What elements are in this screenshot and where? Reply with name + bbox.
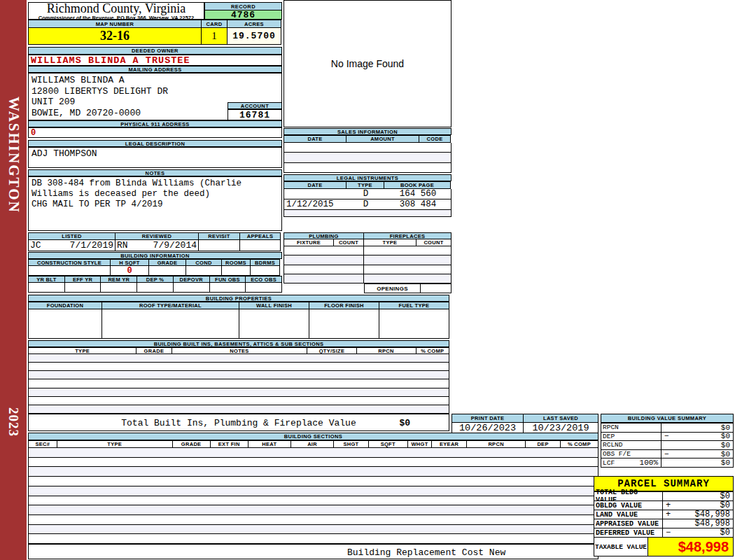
card-value: 1	[201, 27, 227, 45]
review-value-row: JC 7/1/2019 RN 7/9/2014	[28, 239, 282, 251]
bvs-label: RPCN	[601, 423, 662, 433]
empty-row	[29, 486, 598, 496]
revisit-value	[198, 239, 240, 251]
remyr-value	[100, 282, 137, 293]
county-title: Richmond County, Virginia	[29, 3, 204, 15]
bdrms-value	[250, 265, 280, 276]
builtin-grade-label: GRADE	[136, 347, 172, 354]
notes-line-2: Williams is deceased per the deed)	[31, 189, 281, 200]
building-info-title: BUILDING INFORMATION	[28, 252, 282, 259]
instrument-bookpage: 308 484	[385, 200, 451, 209]
empty-row	[284, 274, 451, 284]
fixture-count-label: COUNT	[333, 239, 364, 246]
builtin-notes-label: NOTES	[172, 347, 308, 354]
openings-label: OPENINGS	[364, 284, 421, 293]
year-sidebar: WASHINGTON 2023	[0, 0, 27, 560]
builtin-qty-label: QTY/SIZE	[307, 347, 356, 354]
bvs-lcf-pct: 100%	[640, 458, 658, 467]
no-image-message: No Image Found	[331, 58, 404, 69]
empty-row	[29, 515, 598, 525]
empty-row	[29, 505, 598, 515]
notes-block: DB 308-484 from Blinda Williams (Charlie…	[28, 176, 282, 231]
empty-row	[29, 458, 598, 468]
fireplace-count-label: COUNT	[416, 239, 451, 246]
sec-extfin-label: EXT FIN	[210, 440, 248, 448]
physical-address-label: PHYSICAL 911 ADDRESS	[28, 120, 282, 127]
parcel-value-cell: $0	[662, 491, 734, 501]
effyr-value	[64, 282, 102, 293]
parcel-value-cell: + $48,998	[662, 510, 734, 519]
parcel-label: APPRAISED VALUE	[594, 519, 663, 528]
map-number-value: 32-16	[28, 27, 202, 45]
cond-value	[186, 265, 222, 276]
sec-shgt-label: SHGT	[333, 440, 369, 448]
building-sections-headers: SEC# TYPE GRADE EXT FIN HEAT AIR SHGT SQ…	[28, 440, 598, 448]
reviewed-date: 7/9/2014	[153, 240, 197, 251]
sec-rpcn-label: RPCN	[466, 440, 526, 448]
empty-row	[29, 477, 598, 486]
empty-row	[284, 255, 451, 265]
sec-eyear-label: EYEAR	[431, 440, 467, 448]
plumbing-fireplaces-rows	[284, 246, 451, 284]
mailing-line-2: 12800 LIBERTYS DELIGHT DR	[31, 86, 281, 97]
grade-value	[148, 265, 186, 276]
instrument-type: D	[346, 200, 385, 209]
legal-description-label: LEGAL DESCRIPTION	[28, 140, 282, 147]
parcel-summary-table: TOTAL BLDG VALUE $0 OBLDG VALUE + $0 LAN…	[594, 491, 734, 556]
empty-row	[29, 467, 598, 477]
builtins-total-label: Total Built Ins, Plumbing & Fireplace Va…	[121, 418, 356, 428]
empty-row	[29, 397, 449, 405]
building-properties-values	[28, 309, 449, 339]
parcel-op: +	[666, 510, 671, 519]
parcel-row: DEFERRED VALUE − $0	[594, 528, 734, 538]
builtin-type-label: TYPE	[28, 347, 136, 354]
instrument-row	[284, 210, 451, 217]
roof-type-value	[102, 309, 239, 339]
ecoobs-value	[245, 282, 282, 293]
parcel-row: TOTAL BLDG VALUE $0	[594, 491, 734, 501]
column-divider	[284, 255, 364, 264]
rooms-value	[221, 265, 251, 276]
empty-row	[29, 371, 449, 379]
property-record-card: WASHINGTON 2023 Richmond County, Virgini…	[0, 0, 735, 560]
account-label: ACCOUNT	[227, 102, 282, 109]
bvs-row: DEP − $0	[601, 432, 734, 442]
dep-pct-value	[136, 282, 174, 293]
acres-value: 19.5700	[227, 27, 281, 45]
parcel-row: APPRAISED VALUE $48,998	[594, 519, 734, 528]
mailing-line-1: WILLIAMS BLINDA A	[31, 75, 281, 86]
bvs-label: RCLND	[601, 440, 662, 450]
notes-line-1: DB 308-484 from Blinda Williams (Charlie	[31, 178, 281, 189]
sec-comp-label: % COMP	[560, 440, 598, 448]
parcel-value: $0	[720, 491, 730, 501]
bvs-label: OBS F/E	[601, 449, 662, 459]
parcel-row: OBLDG VALUE + $0	[594, 500, 734, 510]
physical-address-value: 0	[28, 127, 282, 138]
builtins-rows	[28, 354, 449, 414]
empty-row	[29, 448, 598, 458]
sales-info-title: SALES INFORMATION	[284, 128, 451, 135]
sec-whgt-label: WHGT	[407, 440, 433, 448]
sec-heat-label: HEAT	[248, 440, 291, 448]
building-properties-title: BUILDING PROPERTIES	[28, 295, 449, 302]
taxable-value: $48,998	[648, 537, 734, 556]
building-sections-title: BUILDING SECTIONS	[28, 433, 598, 440]
fixture-label: FIXTURE	[284, 239, 334, 246]
instrument-date: 1/12/2015	[284, 200, 346, 209]
parcel-label: LAND VALUE	[594, 510, 663, 519]
hsqft-value: 0	[110, 265, 149, 276]
bvs-value-cell: $0	[661, 458, 734, 468]
building-info-values2	[28, 282, 282, 293]
depovr-value	[173, 282, 210, 293]
listed-by: JC	[30, 240, 41, 251]
sec-type-label: TYPE	[57, 440, 173, 448]
parcel-value-cell: − $0	[662, 528, 734, 538]
bvs-value: $0	[721, 432, 730, 440]
property-image-box: No Image Found	[284, 0, 451, 127]
instrument-bookpage-label: BOOK PAGE	[384, 181, 451, 189]
bvs-row: LCF 100% $0	[601, 458, 734, 468]
parcel-value: $48,998	[695, 510, 730, 519]
construction-style-value	[28, 265, 111, 276]
deeded-owner-value: WILLIAMS BLINDA A TRUSTEE	[28, 55, 282, 66]
county-header: Richmond County, Virginia Commissioner o…	[28, 2, 204, 20]
